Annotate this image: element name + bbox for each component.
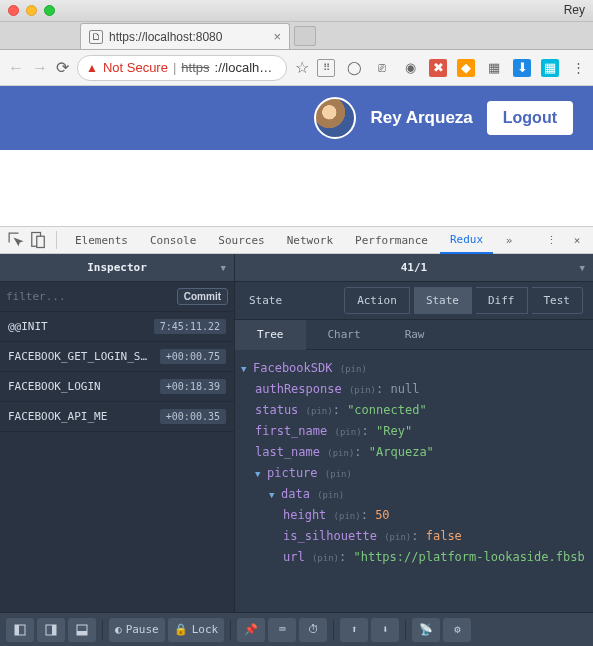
logout-button[interactable]: Logout: [487, 101, 573, 135]
pin-label[interactable]: (pin): [349, 385, 376, 395]
devtools-menu-icon[interactable]: ⋮: [541, 230, 561, 250]
address-bar[interactable]: ▲ Not Secure | https://localh…: [77, 55, 287, 81]
owl-extension-icon[interactable]: ◉: [401, 59, 419, 77]
page-body: [0, 150, 593, 226]
tab-test[interactable]: Test: [532, 287, 584, 314]
dock-bottom-button[interactable]: [68, 618, 96, 642]
tree-key: url: [283, 550, 305, 564]
device-toggle-icon[interactable]: [28, 230, 48, 250]
export-button[interactable]: ⬇: [371, 618, 399, 642]
pin-label[interactable]: (pin): [384, 532, 411, 542]
chevron-down-icon: ▼: [580, 263, 585, 273]
tab-diff[interactable]: Diff: [476, 287, 528, 314]
action-row[interactable]: @@INIT 7:45:11.22: [0, 312, 234, 342]
tree-value: false: [426, 529, 462, 543]
tree-value: "connected": [347, 403, 426, 417]
browser-tabbar: 🗋 https://localhost:8080 ×: [0, 22, 593, 50]
pin-label[interactable]: (pin): [334, 427, 361, 437]
pin-button[interactable]: 📌: [237, 618, 265, 642]
extension-red-icon[interactable]: ✖: [429, 59, 447, 77]
forward-button[interactable]: →: [32, 59, 48, 77]
tree-key: height: [283, 508, 326, 522]
window-titlebar: Rey: [0, 0, 593, 22]
tab-console[interactable]: Console: [140, 226, 206, 254]
tab-state[interactable]: State: [414, 287, 472, 314]
disclosure-icon[interactable]: ▼: [255, 464, 263, 484]
devtools-close-icon[interactable]: ×: [567, 230, 587, 250]
remote-button[interactable]: 📡: [412, 618, 440, 642]
filter-input[interactable]: [6, 290, 171, 303]
translate-icon[interactable]: ⠿: [317, 59, 335, 77]
maximize-window-button[interactable]: [44, 5, 55, 16]
slider-button[interactable]: ⏱: [299, 618, 327, 642]
pin-label[interactable]: (pin): [325, 469, 352, 479]
extension-gray-icon[interactable]: ▦: [485, 59, 503, 77]
action-time: 7:45:11.22: [154, 319, 226, 334]
subtab-chart[interactable]: Chart: [306, 320, 383, 350]
state-panel: State Action State Diff Test Tree Chart …: [235, 282, 593, 612]
cast-icon[interactable]: ⎚: [373, 59, 391, 77]
app-header: Rey Arqueza Logout: [0, 86, 593, 150]
svg-rect-5: [52, 625, 56, 635]
redux-devtools: Inspector ▼ 41/1 ▼ Commit @@INIT 7:45:11…: [0, 254, 593, 646]
avatar[interactable]: [314, 97, 356, 139]
disclosure-icon[interactable]: ▼: [269, 485, 277, 505]
close-window-button[interactable]: [8, 5, 19, 16]
tab-action[interactable]: Action: [344, 287, 410, 314]
devtools-tabbar: Elements Console Sources Network Perform…: [0, 226, 593, 254]
lock-button[interactable]: 🔒Lock: [168, 618, 225, 642]
settings-button[interactable]: ⚙: [443, 618, 471, 642]
instance-dropdown[interactable]: 41/1 ▼: [235, 254, 593, 281]
action-row[interactable]: FACEBOOK_API_ME +00:00.35: [0, 402, 234, 432]
tab-performance[interactable]: Performance: [345, 226, 438, 254]
minimize-window-button[interactable]: [26, 5, 37, 16]
pin-label[interactable]: (pin): [340, 364, 367, 374]
pin-label[interactable]: (pin): [334, 511, 361, 521]
tree-key: picture: [267, 466, 318, 480]
subtab-raw[interactable]: Raw: [383, 320, 447, 350]
tree-value: null: [390, 382, 419, 396]
back-button[interactable]: ←: [8, 59, 24, 77]
tree-value: "https://platform-lookaside.fbsb: [353, 550, 584, 564]
tab-elements[interactable]: Elements: [65, 226, 138, 254]
pin-label[interactable]: (pin): [306, 406, 333, 416]
extension-blue-icon[interactable]: ⬇: [513, 59, 531, 77]
extension-teal-icon[interactable]: ▦: [541, 59, 559, 77]
action-row[interactable]: FACEBOOK_LOGIN +00:18.39: [0, 372, 234, 402]
pin-label[interactable]: (pin): [312, 553, 339, 563]
import-button[interactable]: ⬆: [340, 618, 368, 642]
dock-left-button[interactable]: [6, 618, 34, 642]
commit-button[interactable]: Commit: [177, 288, 228, 305]
dispatcher-button[interactable]: ⌨: [268, 618, 296, 642]
devtools-panel: Elements Console Sources Network Perform…: [0, 226, 593, 646]
chrome-menu-icon[interactable]: ⋮: [569, 59, 587, 77]
tab-network[interactable]: Network: [277, 226, 343, 254]
tree-key: data: [281, 487, 310, 501]
reload-button[interactable]: ⟳: [56, 58, 69, 77]
panel-label: State: [245, 294, 282, 307]
pin-label[interactable]: (pin): [317, 490, 344, 500]
inspector-dropdown[interactable]: Inspector ▼: [0, 254, 235, 281]
extension-icons: ⠿ ◯ ⎚ ◉ ✖ ◆ ▦ ⬇ ▦ ⋮: [317, 59, 587, 77]
browser-toolbar: ← → ⟳ ▲ Not Secure | https://localh… ☆ ⠿…: [0, 50, 593, 86]
tab-close-icon[interactable]: ×: [273, 29, 281, 44]
extension-orange-icon[interactable]: ◆: [457, 59, 475, 77]
subtab-tree[interactable]: Tree: [235, 320, 306, 350]
tabs-overflow-icon[interactable]: »: [499, 230, 519, 250]
action-row[interactable]: FACEBOOK_GET_LOGIN_S… +00:00.75: [0, 342, 234, 372]
state-tree[interactable]: ▼FacebookSDK (pin) authResponse (pin): n…: [235, 350, 593, 612]
pin-label[interactable]: (pin): [327, 448, 354, 458]
bookmark-star-icon[interactable]: ☆: [295, 58, 309, 77]
dock-right-button[interactable]: [37, 618, 65, 642]
inspect-element-icon[interactable]: [6, 230, 26, 250]
new-tab-button[interactable]: [294, 26, 316, 46]
redux-footer: ◐Pause 🔒Lock 📌 ⌨ ⏱ ⬆ ⬇ 📡 ⚙: [0, 612, 593, 646]
pause-button[interactable]: ◐Pause: [109, 618, 165, 642]
browser-tab[interactable]: 🗋 https://localhost:8080 ×: [80, 23, 290, 49]
extension-icon[interactable]: ◯: [345, 59, 363, 77]
action-time: +00:18.39: [160, 379, 226, 394]
chrome-profile-name[interactable]: Rey: [564, 3, 585, 17]
tab-redux[interactable]: Redux: [440, 226, 493, 254]
tab-sources[interactable]: Sources: [208, 226, 274, 254]
disclosure-icon[interactable]: ▼: [241, 359, 249, 379]
